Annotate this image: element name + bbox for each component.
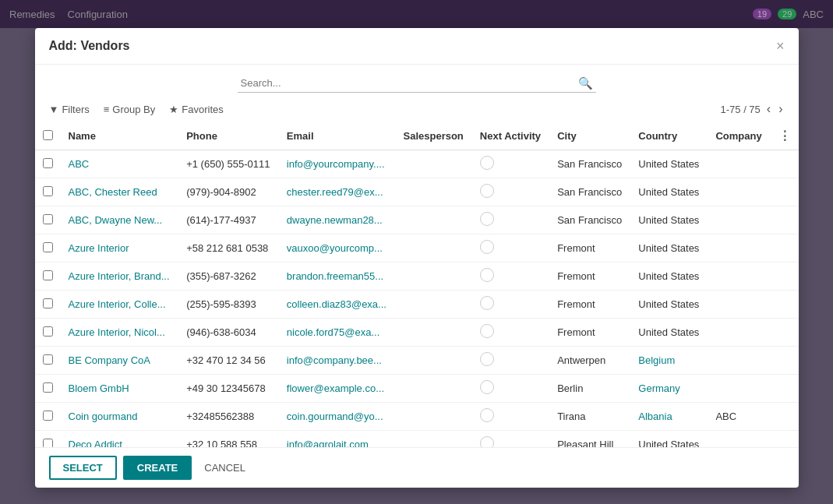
table-row: Azure Interior, Brand... (355)-687-3262 … [35,263,799,291]
select-button[interactable]: SELECT [49,456,117,480]
search-box: 🔍 [238,74,596,93]
row-name: Deco Addict [61,431,179,448]
row-checkbox-8[interactable] [43,382,53,393]
col-country: Country [630,122,708,150]
row-checkbox-cell [35,206,61,234]
row-next-activity [472,319,549,347]
pagination-info: 1-75 / 75 ‹ › [721,102,785,116]
row-phone: (355)-687-3262 [178,263,279,291]
vendor-email-link[interactable]: chester.reed79@ex... [287,186,383,198]
row-city: San Francisco [549,206,630,234]
vendor-email-link[interactable]: info@agrolait.com [287,439,369,447]
create-button[interactable]: CREATE [123,456,192,480]
vendor-name-link[interactable]: Deco Addict [69,439,122,447]
vendor-name-link[interactable]: ABC [69,158,90,170]
vendor-name-link[interactable]: Azure Interior, Brand... [69,270,170,282]
row-email: colleen.diaz83@exa... [279,291,396,319]
vendor-name-link[interactable]: Azure Interior, Colle... [69,298,166,310]
row-salesperson [395,319,471,347]
col-name: Name [61,122,179,150]
vendor-email-link[interactable]: vauxoo@yourcomp... [287,242,383,254]
modal-title: Add: Vendors [49,39,130,53]
col-city: City [549,122,630,150]
row-checkbox-4[interactable] [43,270,53,280]
prev-page-button[interactable]: ‹ [765,102,772,116]
row-checkbox-cell [35,431,61,448]
row-company [708,178,770,206]
table-row: ABC +1 (650) 555-0111 info@yourcompany..… [35,150,799,178]
row-next-activity [472,291,549,319]
row-checkbox-9[interactable] [43,411,53,421]
close-button[interactable]: × [776,39,785,53]
table-row: Azure Interior, Colle... (255)-595-8393 … [35,291,799,319]
vendor-name-link[interactable]: BE Company CoA [69,354,151,366]
activity-circle [480,436,494,447]
row-checkbox-7[interactable] [43,354,53,365]
vendor-country: United States [638,214,699,226]
vendor-name-link[interactable]: Coin gourmand [69,411,138,422]
row-next-activity [472,403,549,431]
vendor-email-link[interactable]: info@yourcompany.... [287,158,385,170]
row-country: United States [630,234,708,263]
activity-circle [480,324,494,338]
row-checkbox-cell [35,291,61,319]
modal-overlay: Add: Vendors × 🔍 ▼ Filters ≡ Group By ★ … [0,0,833,504]
row-checkbox-cell [35,178,61,206]
row-company [708,375,770,403]
vendor-email-link[interactable]: colleen.diaz83@exa... [287,298,386,310]
row-company [708,347,770,375]
row-company [708,431,770,448]
search-input[interactable] [238,74,596,92]
vendor-country[interactable]: Albania [638,411,672,422]
row-checkbox-cell [35,319,61,347]
row-checkbox-cell [35,403,61,431]
vendor-country[interactable]: Germany [638,382,679,394]
next-page-button[interactable]: › [777,102,784,116]
row-checkbox-0[interactable] [43,158,53,168]
row-checkbox-10[interactable] [43,439,53,448]
more-columns-icon[interactable]: ⋮ [778,129,791,143]
row-next-activity [472,375,549,403]
row-city: Tirana [549,403,630,431]
group-by-button[interactable]: ≡ Group By [104,104,156,115]
row-checkbox-6[interactable] [43,326,53,337]
row-checkbox-5[interactable] [43,298,53,308]
vendor-email-link[interactable]: flower@example.co... [287,382,384,394]
cancel-button[interactable]: CANCEL [198,457,252,478]
activity-circle [480,212,494,226]
vendor-name-link[interactable]: Bloem GmbH [69,382,129,394]
table-row: Coin gourmand +32485562388 coin.gourmand… [35,403,799,431]
vendor-email-link[interactable]: coin.gourmand@yo... [287,411,383,422]
filters-button[interactable]: ▼ Filters [49,104,90,115]
row-name: BE Company CoA [61,347,179,375]
pagination-text: 1-75 / 75 [721,104,761,115]
vendor-country: United States [638,326,699,338]
row-country: United States [630,206,708,234]
row-checkbox-1[interactable] [43,186,53,196]
vendor-name-link[interactable]: Azure Interior [69,242,129,254]
table-row: BE Company CoA +32 470 12 34 56 info@com… [35,347,799,375]
vendor-country[interactable]: Belgium [638,354,675,366]
vendor-name-link[interactable]: ABC, Dwayne New... [69,214,163,226]
row-city: San Francisco [549,150,630,178]
row-checkbox-2[interactable] [43,214,53,224]
vendor-email-link[interactable]: info@company.bee... [287,354,382,366]
row-city: Pleasant Hill [549,431,630,448]
vendor-email-link[interactable]: brandon.freeman55... [287,270,383,282]
vendor-email-link[interactable]: nicole.ford75@exa... [287,326,379,338]
select-all-checkbox[interactable] [43,130,53,140]
search-button[interactable]: 🔍 [578,76,593,90]
filters-label: Filters [62,104,89,115]
activity-circle [480,268,494,282]
row-salesperson [395,234,471,263]
row-checkbox-3[interactable] [43,242,53,252]
vendor-name-link[interactable]: ABC, Chester Reed [69,186,157,198]
vendor-email-link[interactable]: dwayne.newman28... [287,214,383,226]
vendor-country: United States [638,439,699,447]
table-row: Deco Addict +32 10 588 558 info@agrolait… [35,431,799,448]
vendor-name-link[interactable]: Azure Interior, Nicol... [69,326,165,338]
activity-circle [480,156,494,170]
favorites-button[interactable]: ★ Favorites [169,104,223,115]
row-company: ABC [708,403,770,431]
row-name: ABC, Dwayne New... [61,206,179,234]
